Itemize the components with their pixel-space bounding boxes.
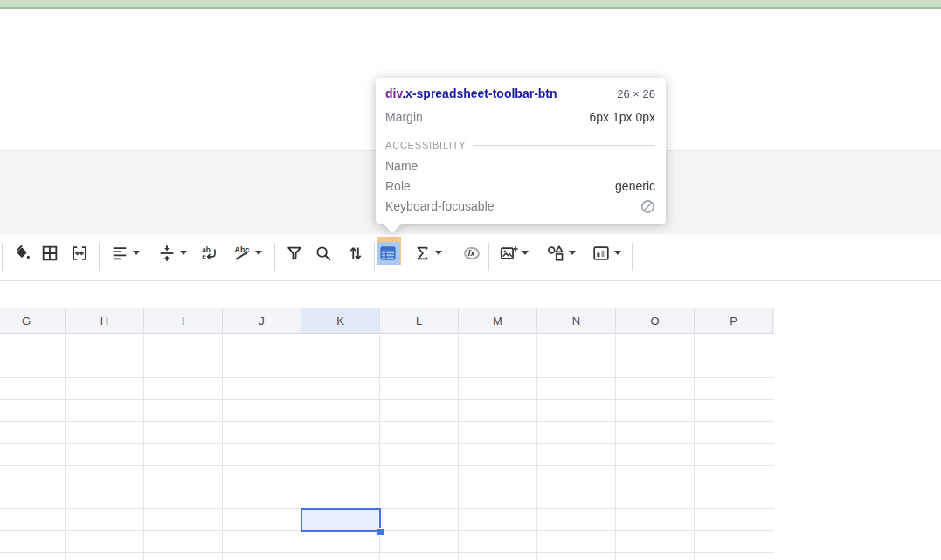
insert-shape-icon [546,244,565,263]
tooltip-role-row: Role generic [385,176,655,197]
column-header-label: H [100,315,108,328]
accessibility-section-title: ACCESSIBILITY [385,138,466,152]
insert-image-button[interactable] [497,242,520,265]
vertical-align-button[interactable] [156,242,178,265]
toolbar-separator [488,243,489,271]
dropdown-caret-icon[interactable] [133,251,140,255]
accessibility-section-header: ACCESSIBILITY [385,138,655,152]
inspected-element: div.x-spreadsheet-toolbar-btn [385,83,557,104]
role-value: generic [615,176,655,197]
column-header-label: N [572,315,580,328]
column-header-I[interactable]: I [144,308,223,333]
margin-value: 6px 1px 0px [590,107,656,128]
filter-button[interactable] [283,242,306,265]
fx-circle-icon [462,244,481,263]
insert-image-icon [499,244,518,263]
toolbar-separator [632,243,633,271]
toolbar-separator [2,243,3,271]
dropdown-caret-icon[interactable] [522,251,529,255]
sort-arrows-icon [346,244,365,263]
text-rotation-button[interactable] [231,242,253,265]
autosum-button[interactable] [411,242,433,265]
tooltip-focusable-row: Keyboard-focusable [385,197,655,217]
column-header-label: J [259,315,265,328]
dropdown-caret-icon[interactable] [180,251,187,255]
borders-button[interactable] [38,242,61,265]
column-header-N[interactable]: N [537,308,616,333]
column-header-P[interactable]: P [695,308,773,333]
insert-chart-icon [592,244,611,263]
tooltip-margin-row: Margin 6px 1px 0px [385,107,655,128]
filter-funnel-icon [285,244,304,263]
column-header-row: GHIJKLMNOP [0,308,774,334]
border-all-icon [40,244,59,263]
column-header-G[interactable]: G [0,308,66,333]
dropdown-caret-icon[interactable] [435,251,442,255]
dropdown-caret-icon[interactable] [569,251,576,255]
fill-handle[interactable] [377,528,384,536]
column-header-label: P [730,315,737,328]
sheet-grid[interactable] [0,335,774,560]
sort-button[interactable] [344,242,367,265]
column-header-O[interactable]: O [616,308,695,333]
section-divider-line [473,145,655,146]
merge-cells-icon [70,244,89,263]
toolbar-separator [274,243,275,271]
column-header-H[interactable]: H [66,308,144,333]
fill-color-button[interactable] [10,242,33,265]
selected-cell[interactable] [301,508,381,532]
not-allowed-icon [640,199,655,214]
text-wrap-icon [200,244,219,263]
freeze-table-icon [378,244,398,263]
screen: GHIJKLMNOP div.x-spreadsheet-toolbar-btn… [0,0,941,560]
devtools-inspect-tooltip: div.x-spreadsheet-toolbar-btn 26 × 26 Ma… [376,78,666,224]
top-banner [0,0,941,9]
inspected-dimensions: 26 × 26 [617,84,655,105]
column-header-J[interactable]: J [223,308,301,333]
tooltip-arrow [384,224,401,233]
sigma-icon [412,244,432,263]
formula-visibility-button[interactable] [460,242,483,265]
text-rotation-icon [232,244,252,263]
inspected-selector: .x-spreadsheet-toolbar-btn [402,86,557,100]
vertical-align-middle-icon [157,244,176,263]
spreadsheet-toolbar [0,234,941,281]
toolbar-separator [99,243,100,271]
column-header-label: G [22,315,31,328]
column-header-label: L [416,315,422,328]
insert-chart-button[interactable] [590,242,612,265]
dropdown-caret-icon[interactable] [614,251,621,255]
insert-shape-button[interactable] [544,242,567,265]
inspected-tag: div [385,86,402,100]
merge-cells-button[interactable] [68,242,91,265]
column-header-label: K [336,315,344,328]
column-header-L[interactable]: L [380,308,459,333]
text-wrap-button[interactable] [198,242,221,265]
dropdown-caret-icon[interactable] [255,251,262,255]
margin-label: Margin [385,107,423,128]
keyboard-focusable-value [640,199,655,214]
paint-bucket-icon [12,244,31,263]
column-header-K[interactable]: K [301,308,380,333]
magnifier-icon [314,244,333,263]
column-header-M[interactable]: M [459,308,537,333]
search-button[interactable] [312,242,335,265]
toolbar-separator [374,243,375,271]
freeze-button[interactable] [377,242,399,265]
column-header-label: O [650,315,659,328]
name-label: Name [385,156,418,176]
tooltip-title-row: div.x-spreadsheet-toolbar-btn 26 × 26 [385,83,655,105]
role-label: Role [385,176,411,197]
tooltip-name-row: Name [385,156,655,176]
align-left-icon [110,244,129,263]
column-header-label: I [182,315,185,328]
column-header-label: M [493,315,502,328]
keyboard-focusable-label: Keyboard-focusable [385,197,495,217]
horizontal-align-button[interactable] [108,242,131,265]
